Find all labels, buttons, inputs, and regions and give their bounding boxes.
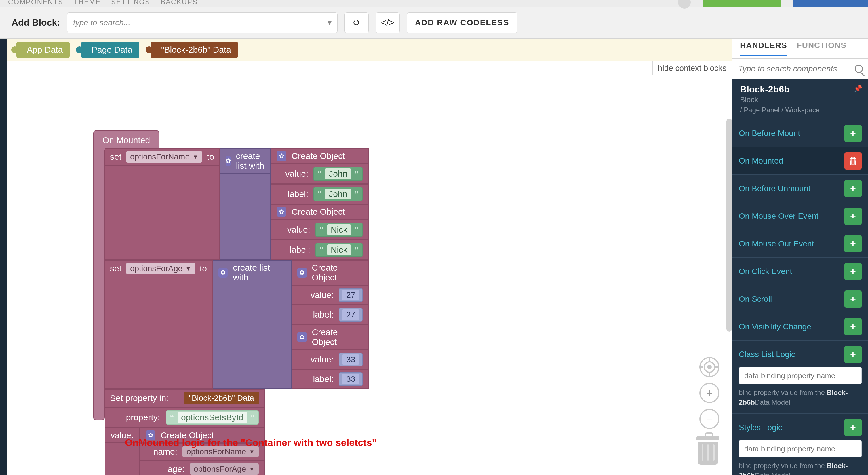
create-list-block-2[interactable]: ✿ create list with — [213, 260, 291, 285]
top-nav-bar: COMPONENTS THEME SETTINGS BACKUPS — [0, 0, 868, 7]
block-stack[interactable]: On Mounted set optionsForName ▼ — [93, 130, 159, 420]
left-gutter — [0, 38, 7, 475]
add-handler-button[interactable]: + — [844, 235, 862, 253]
pin-icon[interactable]: 📌 — [854, 85, 862, 93]
set-property-block[interactable]: Set property in: "Block-2b6b" Data — [105, 389, 265, 407]
gear-icon[interactable]: ✿ — [297, 332, 307, 342]
tab-functions[interactable]: FUNCTIONS — [797, 41, 846, 56]
blockly-workspace[interactable]: On Mounted set optionsForName ▼ — [7, 61, 732, 475]
handler-row[interactable]: On Click Event+ — [733, 258, 868, 285]
context-strip: App Data Page Data "Block-2b6b" Data hid… — [7, 38, 732, 61]
gear-icon[interactable]: ✿ — [297, 268, 307, 277]
kv-key: label: — [277, 189, 308, 199]
add-block-search-placeholder: type to search... — [73, 18, 130, 27]
context-page-data[interactable]: Page Data — [81, 42, 139, 58]
number-literal[interactable]: 33 — [339, 372, 363, 386]
string-literal[interactable]: “John” — [313, 167, 363, 181]
gear-icon[interactable]: ✿ — [277, 151, 286, 161]
to-label: to — [200, 264, 207, 273]
kv-key: label: — [279, 245, 310, 255]
set-label: set — [110, 152, 121, 162]
handler-row[interactable]: On Mouse Over Event+ — [733, 202, 868, 230]
trash-icon[interactable] — [696, 436, 719, 465]
set-var-block-1[interactable]: set optionsForName ▼ to — [105, 148, 220, 166]
var-label: optionsForName — [130, 152, 190, 161]
create-object-block[interactable]: ✿ Create Object — [291, 324, 369, 350]
add-handler-button[interactable]: + — [844, 419, 862, 436]
gear-icon[interactable]: ✿ — [226, 156, 231, 166]
component-type: Block — [740, 95, 861, 104]
logic-label[interactable]: Class List Logic — [739, 350, 795, 359]
number-literal[interactable]: 27 — [339, 308, 363, 322]
var-ref-optionsForAge[interactable]: optionsForAge ▼ — [190, 463, 259, 475]
context-block-data[interactable]: "Block-2b6b" Data — [151, 42, 238, 58]
var-label: optionsForAge — [130, 264, 183, 273]
top-green-pill[interactable] — [703, 0, 780, 7]
search-icon[interactable] — [855, 65, 863, 73]
add-block-search[interactable]: type to search... ▾ — [67, 12, 338, 33]
zoom-out-button[interactable]: − — [699, 409, 719, 429]
handler-row[interactable]: On Before Mount+ — [733, 119, 868, 147]
kv-key: label: — [302, 374, 334, 384]
gear-icon[interactable]: ✿ — [218, 268, 228, 277]
add-handler-button[interactable]: + — [844, 263, 862, 280]
string-literal[interactable]: “Nick” — [315, 222, 363, 237]
add-handler-button[interactable]: + — [844, 208, 862, 225]
nav-settings[interactable]: SETTINGS — [111, 0, 150, 5]
handler-row[interactable]: On Scroll+ — [733, 285, 868, 313]
var-label: optionsForAge — [194, 464, 246, 474]
add-handler-button[interactable]: + — [844, 125, 862, 142]
nav-components[interactable]: COMPONENTS — [8, 0, 63, 5]
scrollbar-thumb[interactable] — [726, 119, 732, 332]
handler-row[interactable]: On Before Unmount+ — [733, 175, 868, 202]
handler-row[interactable]: On Mouse Out Event+ — [733, 230, 868, 258]
obj-label: Create Object — [312, 327, 363, 347]
handler-row[interactable]: On Mounted — [733, 147, 868, 175]
toggle-code-button[interactable]: </> — [376, 12, 400, 33]
var-optionsForAge[interactable]: optionsForAge ▼ — [126, 263, 195, 274]
top-blue-pill[interactable] — [793, 0, 868, 7]
string-literal[interactable]: “Nick” — [315, 243, 363, 257]
string-literal[interactable]: “John” — [313, 187, 363, 201]
add-handler-button[interactable]: + — [844, 180, 862, 197]
tab-handlers[interactable]: HANDLERS — [740, 41, 787, 56]
on-mounted-hat[interactable]: On Mounted — [93, 130, 159, 150]
list-label: create list with — [236, 151, 265, 171]
chevron-down-icon: ▼ — [192, 154, 198, 160]
number-literal[interactable]: 33 — [339, 353, 363, 366]
chevron-down-icon: ▼ — [249, 448, 255, 455]
create-object-block[interactable]: ✿ Create Object — [271, 204, 369, 220]
class-list-binding-input[interactable] — [739, 367, 862, 384]
block-data-chip[interactable]: "Block-2b6b" Data — [184, 392, 259, 405]
handler-name: On Mounted — [739, 156, 783, 166]
stack-body — [93, 150, 105, 420]
undo-button[interactable]: ↺ — [344, 12, 369, 33]
handler-row[interactable]: On Visibility Change+ — [733, 313, 868, 340]
obj-label: Create Object — [312, 263, 363, 283]
set-var-block-2[interactable]: set optionsForAge ▼ to — [105, 260, 213, 277]
var-optionsForName[interactable]: optionsForName ▼ — [126, 151, 202, 162]
handler-name: On Mouse Out Event — [739, 239, 814, 248]
create-object-block[interactable]: ✿ Create Object — [291, 260, 369, 285]
string-value: Nick — [327, 224, 351, 235]
logic-label[interactable]: Styles Logic — [739, 423, 782, 432]
add-raw-codeless-button[interactable]: ADD RAW CODELESS — [407, 12, 518, 33]
create-list-block-1[interactable]: ✿ create list with — [220, 148, 271, 174]
styles-binding-input[interactable] — [739, 440, 862, 457]
annotation-text: OnMounted logic for the "Container with … — [125, 437, 377, 448]
number-literal[interactable]: 27 — [339, 288, 363, 302]
nav-theme[interactable]: THEME — [74, 0, 101, 5]
gear-icon[interactable]: ✿ — [277, 207, 286, 217]
nav-backups[interactable]: BACKUPS — [161, 0, 198, 5]
string-literal[interactable]: “optionsSetsById” — [166, 410, 259, 425]
add-handler-button[interactable]: + — [844, 318, 862, 335]
chevron-down-icon: ▾ — [328, 18, 332, 27]
add-handler-button[interactable]: + — [844, 346, 862, 363]
components-search-input[interactable] — [738, 64, 851, 74]
zoom-in-button[interactable]: + — [699, 383, 719, 403]
add-handler-button[interactable]: + — [844, 291, 862, 308]
context-app-data[interactable]: App Data — [17, 42, 70, 58]
delete-handler-button[interactable] — [844, 152, 862, 170]
create-object-block[interactable]: ✿ Create Object — [271, 148, 369, 164]
center-workspace-button[interactable] — [699, 357, 719, 377]
